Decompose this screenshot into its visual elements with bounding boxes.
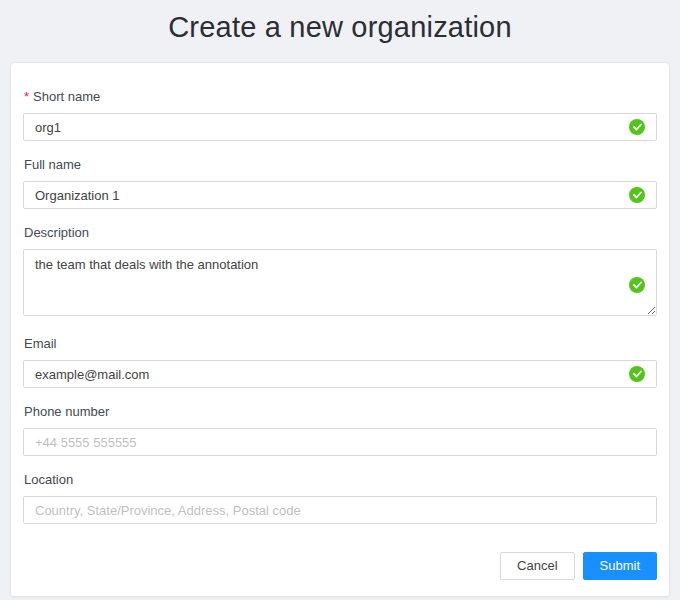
page-title: Create a new organization (0, 0, 680, 46)
form-item-phone-number: Phone number (23, 404, 657, 456)
check-circle-icon (629, 119, 645, 135)
email-input[interactable] (23, 360, 657, 388)
location-input[interactable] (23, 496, 657, 524)
create-organization-form-card: *Short name Full name Description the te… (10, 62, 670, 597)
cancel-button[interactable]: Cancel (500, 552, 574, 580)
required-asterisk: * (24, 89, 29, 104)
form-item-full-name: Full name (23, 157, 657, 209)
full-name-label: Full name (23, 157, 657, 173)
form-item-location: Location (23, 472, 657, 524)
email-label: Email (23, 336, 657, 352)
location-label: Location (23, 472, 657, 488)
phone-number-label: Phone number (23, 404, 657, 420)
phone-number-input[interactable] (23, 428, 657, 456)
check-circle-icon (629, 187, 645, 203)
full-name-input[interactable] (23, 181, 657, 209)
form-actions: Cancel Submit (23, 540, 657, 580)
short-name-label: *Short name (23, 89, 657, 105)
description-textarea[interactable]: the team that deals with the annotation (23, 249, 657, 316)
form-item-email: Email (23, 336, 657, 388)
short-name-input[interactable] (23, 113, 657, 141)
form-item-description: Description the team that deals with the… (23, 225, 657, 320)
description-label: Description (23, 225, 657, 241)
form-item-short-name: *Short name (23, 89, 657, 141)
submit-button[interactable]: Submit (583, 552, 657, 580)
check-circle-icon (629, 277, 645, 293)
check-circle-icon (629, 366, 645, 382)
short-name-label-text: Short name (33, 89, 100, 104)
